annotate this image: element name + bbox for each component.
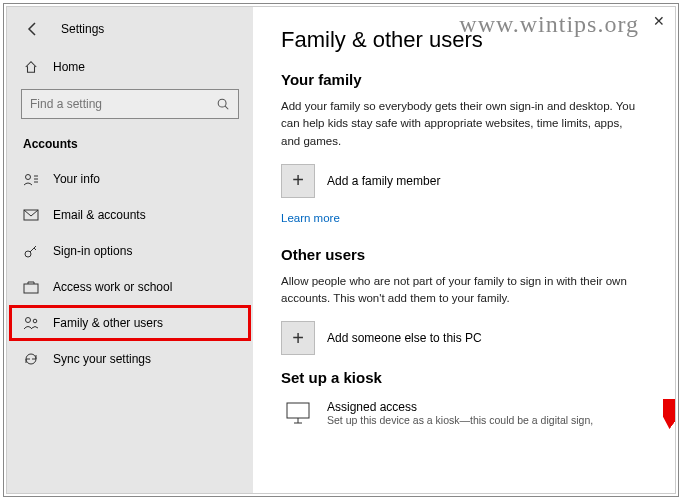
people-icon xyxy=(23,315,39,331)
svg-line-9 xyxy=(34,248,36,250)
search-input[interactable] xyxy=(30,97,200,111)
section-label: Accounts xyxy=(7,131,253,161)
briefcase-icon xyxy=(23,279,39,295)
family-description: Add your family so everybody gets their … xyxy=(281,98,641,150)
sidebar-item-label: Email & accounts xyxy=(53,208,146,222)
main-content: ✕ www.wintips.org Family & other users Y… xyxy=(253,7,675,493)
window-title: Settings xyxy=(61,22,104,36)
key-icon xyxy=(23,243,39,259)
kiosk-heading: Set up a kiosk xyxy=(281,369,641,386)
back-button[interactable] xyxy=(23,19,43,39)
search-icon xyxy=(216,97,230,111)
sidebar-item-email[interactable]: Email & accounts xyxy=(7,197,253,233)
kiosk-name: Assigned access xyxy=(327,400,593,414)
other-users-heading: Other users xyxy=(281,246,641,263)
svg-point-2 xyxy=(26,175,31,180)
svg-line-16 xyxy=(673,407,675,444)
watermark: www.wintips.org xyxy=(459,11,639,38)
svg-rect-13 xyxy=(287,403,309,418)
sidebar-item-signin[interactable]: Sign-in options xyxy=(7,233,253,269)
sidebar-item-label: Access work or school xyxy=(53,280,172,294)
mail-icon xyxy=(23,207,39,223)
home-icon xyxy=(23,59,39,75)
assigned-access-row[interactable]: Assigned access Set up this device as a … xyxy=(281,396,641,430)
sync-icon xyxy=(23,351,39,367)
family-heading: Your family xyxy=(281,71,641,88)
svg-rect-10 xyxy=(24,284,38,293)
sidebar-item-label: Your info xyxy=(53,172,100,186)
add-other-label: Add someone else to this PC xyxy=(327,331,482,345)
sidebar-item-family[interactable]: Family & other users xyxy=(9,305,251,341)
sidebar-item-sync[interactable]: Sync your settings xyxy=(7,341,253,377)
sidebar: Settings Home Accounts Your info Email &… xyxy=(7,7,253,493)
monitor-icon xyxy=(281,396,315,430)
sidebar-item-label: Sync your settings xyxy=(53,352,151,366)
add-family-member-button[interactable]: + Add a family member xyxy=(281,164,641,198)
other-users-description: Allow people who are not part of your fa… xyxy=(281,273,641,308)
annotation-arrow xyxy=(663,399,675,449)
learn-more-link[interactable]: Learn more xyxy=(281,212,340,224)
sidebar-item-work[interactable]: Access work or school xyxy=(7,269,253,305)
home-label: Home xyxy=(53,60,85,74)
person-card-icon xyxy=(23,171,39,187)
kiosk-sub: Set up this device as a kiosk—this could… xyxy=(327,414,593,426)
search-box[interactable] xyxy=(21,89,239,119)
svg-point-0 xyxy=(218,99,226,107)
plus-icon: + xyxy=(281,321,315,355)
add-family-label: Add a family member xyxy=(327,174,440,188)
plus-icon: + xyxy=(281,164,315,198)
sidebar-item-label: Family & other users xyxy=(53,316,163,330)
svg-point-11 xyxy=(26,318,31,323)
home-nav[interactable]: Home xyxy=(7,51,253,83)
sidebar-item-your-info[interactable]: Your info xyxy=(7,161,253,197)
svg-point-12 xyxy=(33,319,37,323)
close-button[interactable]: ✕ xyxy=(653,13,665,29)
sidebar-item-label: Sign-in options xyxy=(53,244,132,258)
svg-line-1 xyxy=(225,106,228,109)
add-other-user-button[interactable]: + Add someone else to this PC xyxy=(281,321,641,355)
